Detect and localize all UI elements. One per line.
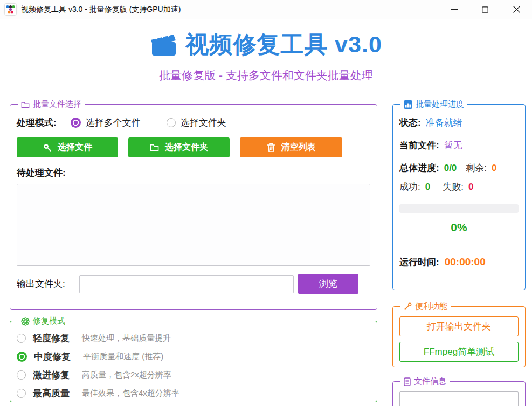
runtime-value: 00:00:00 bbox=[445, 256, 486, 268]
maximize-icon bbox=[482, 6, 488, 13]
app-subtitle: 批量修复版 - 支持多文件和文件夹批量处理 bbox=[0, 68, 532, 83]
bar-chart-icon bbox=[404, 100, 412, 109]
utilities-panel: 便利功能 打开输出文件夹 FFmpeg简单测试 bbox=[392, 301, 526, 367]
open-output-folder-button[interactable]: 打开输出文件夹 bbox=[399, 316, 519, 336]
maximize-button[interactable] bbox=[469, 0, 501, 19]
remaining-value: 0 bbox=[492, 163, 496, 174]
trash-icon bbox=[267, 143, 275, 152]
progress-percent: 0% bbox=[399, 221, 519, 234]
app-header: 视频修复工具 v3.0 bbox=[0, 29, 532, 60]
overall-progress-value: 0/0 bbox=[444, 163, 457, 174]
repair-mode-panel: 修复模式 轻度修复 快速处理，基础质量提升 中度修复 平衡质量和速度 (推荐) … bbox=[10, 316, 377, 402]
repair-mode-legend: 修复模式 bbox=[18, 316, 68, 326]
processing-mode-row: 处理模式: 选择多个文件 选择文件夹 bbox=[17, 116, 370, 129]
titlebar: 视频修复工具 v3.0 - 批量修复版 (支持GPU加速) bbox=[0, 0, 532, 19]
output-folder-label: 输出文件夹: bbox=[17, 278, 65, 290]
window-controls bbox=[438, 0, 532, 19]
select-folder-button[interactable]: 选择文件夹 bbox=[128, 137, 230, 157]
radio-repair-aggressive[interactable]: 激进修复 高质量，包含2x超分辨率 bbox=[17, 369, 370, 381]
output-folder-input[interactable] bbox=[79, 275, 294, 293]
file-info-legend: 文件信息 bbox=[400, 376, 450, 387]
radio-select-multiple-files[interactable]: 选择多个文件 bbox=[71, 116, 141, 129]
browse-button[interactable]: 浏览 bbox=[298, 274, 358, 294]
file-info-panel: 文件信息 bbox=[392, 376, 526, 406]
runtime-row: 运行时间: 00:00:00 bbox=[399, 256, 519, 269]
app-title: 视频修复工具 v3.0 bbox=[185, 29, 382, 60]
status-row: 状态: 准备就绪 bbox=[399, 116, 519, 129]
ffmpeg-test-button[interactable]: FFmpeg简单测试 bbox=[399, 342, 519, 362]
radio-repair-medium[interactable]: 中度修复 平衡质量和速度 (推荐) bbox=[17, 350, 370, 363]
radio-icon bbox=[167, 118, 176, 127]
radio-icon bbox=[17, 334, 26, 343]
file-buttons-row: 选择文件 选择文件夹 清空列表 bbox=[17, 137, 370, 157]
magnifier-icon bbox=[43, 143, 52, 152]
progress-bar bbox=[399, 204, 519, 213]
file-selection-legend: 批量文件选择 bbox=[18, 99, 85, 109]
wrench-icon bbox=[404, 302, 412, 311]
file-info-box bbox=[399, 391, 519, 406]
gear-icon bbox=[21, 317, 30, 326]
minimize-button[interactable] bbox=[438, 0, 469, 19]
radio-icon bbox=[71, 118, 81, 128]
clear-list-button[interactable]: 清空列表 bbox=[240, 137, 342, 157]
file-selection-panel: 批量文件选择 处理模式: 选择多个文件 选择文件夹 选择文件 bbox=[10, 99, 377, 310]
current-file-value: 暂无 bbox=[444, 139, 462, 152]
current-file-row: 当前文件: 暂无 bbox=[399, 139, 519, 152]
utilities-legend: 便利功能 bbox=[400, 301, 451, 312]
fail-value: 0 bbox=[468, 182, 473, 192]
success-fail-row: 成功: 0 失败: 0 bbox=[399, 181, 519, 193]
radio-select-folder-mode[interactable]: 选择文件夹 bbox=[167, 116, 226, 129]
document-icon bbox=[404, 377, 411, 386]
status-value: 准备就绪 bbox=[426, 116, 462, 129]
radio-icon bbox=[17, 352, 27, 362]
clapperboard-icon bbox=[150, 33, 177, 57]
close-icon bbox=[513, 6, 520, 13]
pending-files-label: 待处理文件: bbox=[17, 167, 370, 179]
radio-icon bbox=[17, 370, 26, 380]
radio-repair-light[interactable]: 轻度修复 快速处理，基础质量提升 bbox=[17, 332, 370, 345]
output-folder-row: 输出文件夹: 浏览 bbox=[17, 274, 370, 294]
window-title: 视频修复工具 v3.0 - 批量修复版 (支持GPU加速) bbox=[21, 5, 181, 15]
folder-icon bbox=[150, 143, 159, 152]
pending-files-list[interactable] bbox=[17, 184, 370, 266]
minimize-icon bbox=[451, 6, 458, 13]
folder-icon bbox=[21, 101, 30, 108]
select-files-button[interactable]: 选择文件 bbox=[17, 137, 118, 157]
app-logo-icon bbox=[4, 3, 17, 16]
overall-progress-row: 总体进度: 0/0 剩余: 0 bbox=[399, 162, 519, 174]
radio-repair-best[interactable]: 最高质量 最佳效果，包含4x超分辨率 bbox=[17, 387, 370, 400]
close-button[interactable] bbox=[501, 0, 532, 19]
progress-panel: 批量处理进度 状态: 准备就绪 当前文件: 暂无 总体进度: 0/0 剩余: 0… bbox=[392, 99, 526, 290]
success-value: 0 bbox=[425, 182, 430, 192]
progress-legend: 批量处理进度 bbox=[400, 99, 467, 109]
radio-icon bbox=[17, 389, 26, 398]
mode-label: 处理模式: bbox=[17, 116, 57, 129]
